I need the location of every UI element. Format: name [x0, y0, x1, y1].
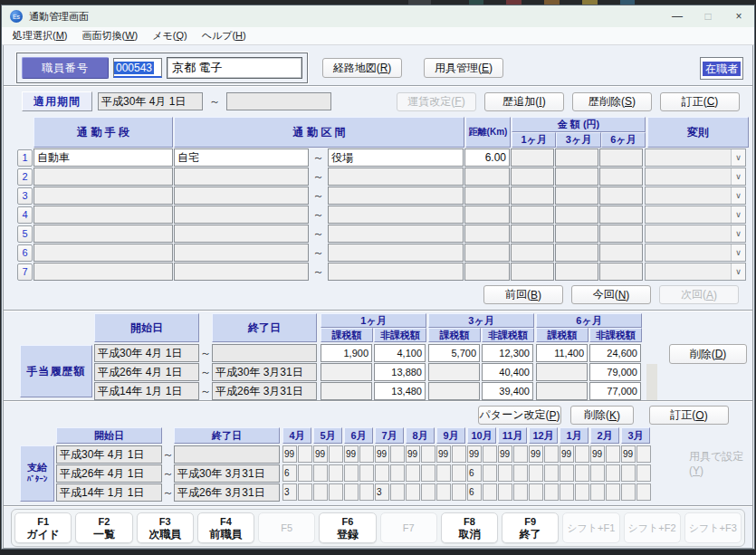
- commute-to-field[interactable]: [328, 244, 464, 262]
- pattern-sub-cell[interactable]: [452, 464, 466, 482]
- pattern-value-cell[interactable]: 3: [375, 483, 389, 501]
- tool-set-button[interactable]: 用具で設定(Y): [689, 449, 752, 477]
- fn-f8-cancel[interactable]: F8取消: [441, 512, 498, 543]
- pattern-sub-cell[interactable]: [513, 445, 528, 463]
- commute-to-field[interactable]: [328, 225, 464, 243]
- pattern-sub-cell[interactable]: [636, 464, 651, 482]
- pattern-value-cell[interactable]: 99: [529, 445, 543, 463]
- pattern-sub-cell[interactable]: [390, 445, 405, 463]
- pattern-revise-button[interactable]: パターン改定(P): [478, 406, 561, 425]
- pattern-sub-cell[interactable]: [606, 445, 620, 463]
- pattern-sub-cell[interactable]: [606, 483, 620, 501]
- commute-distance-field[interactable]: [464, 187, 510, 205]
- next-button[interactable]: 次回(A): [659, 285, 739, 304]
- history-end-field[interactable]: 平成26年 3月31日: [212, 382, 317, 400]
- pattern-sub-cell[interactable]: [636, 445, 651, 463]
- pattern-sub-cell[interactable]: [575, 483, 589, 501]
- commute-to-field[interactable]: [328, 263, 464, 281]
- commute-from-field[interactable]: [174, 167, 309, 186]
- pattern-value-cell[interactable]: [406, 464, 420, 482]
- pattern-sub-cell[interactable]: [329, 445, 343, 463]
- pattern-value-cell[interactable]: 6: [467, 483, 482, 501]
- pattern-sub-cell[interactable]: [544, 445, 559, 463]
- commute-from-field[interactable]: [174, 244, 309, 262]
- irregular-dropdown[interactable]: ∨: [645, 187, 746, 205]
- commute-distance-field[interactable]: [464, 263, 510, 281]
- pattern-start-field[interactable]: 平成14年 1月 1日: [56, 483, 162, 502]
- pattern-value-cell[interactable]: [498, 464, 512, 482]
- pattern-value-cell[interactable]: [344, 483, 359, 501]
- close-button[interactable]: ×: [723, 5, 754, 27]
- pattern-value-cell[interactable]: [621, 483, 636, 501]
- pattern-value-cell[interactable]: 99: [406, 445, 420, 463]
- route-map-button[interactable]: 経路地図(R): [322, 58, 402, 78]
- commute-distance-field[interactable]: [464, 244, 510, 262]
- pattern-sub-cell[interactable]: [298, 464, 312, 482]
- commute-mode-field[interactable]: [33, 206, 173, 224]
- pattern-value-cell[interactable]: 99: [590, 445, 605, 463]
- pattern-sub-cell[interactable]: [390, 464, 405, 482]
- pattern-value-cell[interactable]: [436, 483, 451, 501]
- commute-from-field[interactable]: [174, 206, 309, 224]
- pattern-sub-cell[interactable]: [298, 445, 312, 463]
- pattern-value-cell[interactable]: [313, 464, 328, 482]
- pattern-value-cell[interactable]: 99: [621, 445, 636, 463]
- menu-help[interactable]: ヘルプ(H): [195, 27, 254, 44]
- history-start-field[interactable]: 平成30年 4月 1日: [94, 344, 199, 362]
- row-number-button[interactable]: 3: [17, 187, 33, 205]
- irregular-dropdown[interactable]: ∨: [645, 244, 746, 262]
- pattern-value-cell[interactable]: [560, 464, 574, 482]
- fn-f6-register[interactable]: F6登録: [319, 512, 376, 543]
- pattern-value-cell[interactable]: 99: [344, 445, 359, 463]
- row-number-button[interactable]: 7: [17, 263, 33, 281]
- pattern-sub-cell[interactable]: [421, 483, 435, 501]
- maximize-button[interactable]: □: [693, 5, 723, 27]
- pattern-value-cell[interactable]: 99: [467, 445, 482, 463]
- pattern-sub-cell[interactable]: [359, 483, 374, 501]
- pattern-sub-cell[interactable]: [329, 464, 343, 482]
- commute-from-field[interactable]: [174, 187, 309, 205]
- irregular-dropdown[interactable]: ∨: [645, 206, 746, 224]
- fn-f2-list[interactable]: F2一覧: [75, 512, 132, 543]
- pattern-value-cell[interactable]: [436, 464, 451, 482]
- commute-to-field[interactable]: [328, 167, 464, 186]
- pattern-sub-cell[interactable]: [298, 483, 312, 501]
- irregular-dropdown[interactable]: ∨: [645, 148, 746, 167]
- pattern-sub-cell[interactable]: [483, 445, 497, 463]
- irregular-dropdown[interactable]: ∨: [645, 167, 746, 186]
- pattern-end-field[interactable]: 平成30年 3月31日: [174, 464, 280, 483]
- pattern-sub-cell[interactable]: [359, 445, 374, 463]
- pattern-start-field[interactable]: 平成30年 4月 1日: [56, 445, 162, 464]
- pattern-sub-cell[interactable]: [421, 445, 435, 463]
- pattern-sub-cell[interactable]: [636, 483, 651, 501]
- history-end-field[interactable]: 平成30年 3月31日: [212, 363, 317, 381]
- row-number-button[interactable]: 2: [17, 168, 33, 186]
- pattern-sub-cell[interactable]: [483, 483, 497, 501]
- pattern-value-cell[interactable]: 6: [467, 464, 482, 482]
- pattern-value-cell[interactable]: [529, 483, 543, 501]
- commute-mode-field[interactable]: [33, 263, 173, 281]
- fn-f3-next-staff[interactable]: F3次職員: [137, 512, 194, 543]
- commute-mode-field[interactable]: [33, 225, 173, 243]
- row-number-button[interactable]: 6: [17, 244, 33, 262]
- commute-mode-field[interactable]: [33, 244, 173, 262]
- pattern-value-cell[interactable]: [621, 464, 636, 482]
- commute-mode-field[interactable]: [33, 187, 173, 205]
- pattern-value-cell[interactable]: [313, 483, 328, 501]
- irregular-dropdown[interactable]: ∨: [645, 263, 746, 281]
- commute-to-field[interactable]: [328, 187, 464, 205]
- tool-management-button[interactable]: 用具管理(E): [424, 58, 503, 78]
- commute-distance-field[interactable]: 6.00: [464, 148, 510, 167]
- pattern-value-cell[interactable]: [344, 464, 359, 482]
- pattern-sub-cell[interactable]: [421, 464, 435, 482]
- pattern-sub-cell[interactable]: [606, 464, 620, 482]
- pattern-value-cell[interactable]: [590, 464, 605, 482]
- pattern-sub-cell[interactable]: [544, 464, 559, 482]
- commute-distance-field[interactable]: [464, 167, 510, 186]
- commute-to-field[interactable]: [328, 206, 464, 224]
- menu-screen-switch[interactable]: 画面切換(W): [75, 27, 146, 44]
- row-number-button[interactable]: 5: [17, 225, 33, 243]
- pattern-sub-cell[interactable]: [513, 464, 528, 482]
- history-end-field[interactable]: [212, 344, 317, 362]
- row-number-button[interactable]: 4: [17, 206, 33, 224]
